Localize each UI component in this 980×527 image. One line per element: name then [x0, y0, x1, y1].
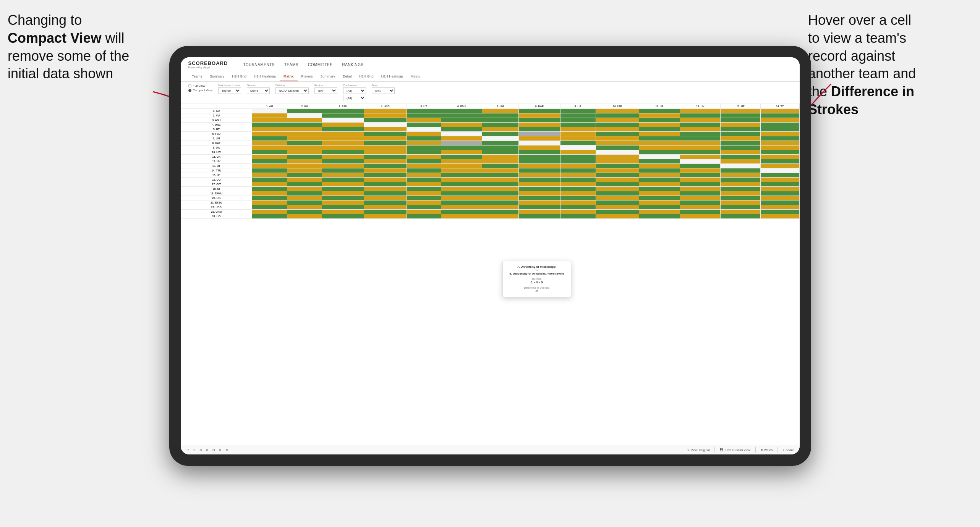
matrix-cell[interactable]: [252, 168, 287, 173]
matrix-cell[interactable]: [322, 214, 364, 219]
toolbar-btn-5[interactable]: ⊟: [212, 448, 215, 452]
matrix-cell[interactable]: [518, 132, 560, 136]
matrix-cell[interactable]: [482, 173, 519, 178]
matrix-cell[interactable]: [287, 200, 322, 205]
matrix-cell[interactable]: [364, 187, 407, 191]
matrix-cell[interactable]: [364, 145, 407, 150]
matrix-cell[interactable]: [560, 159, 596, 164]
matrix-cell[interactable]: [760, 132, 799, 136]
matrix-cell[interactable]: [287, 159, 322, 164]
matrix-cell[interactable]: [322, 210, 364, 214]
matrix-cell[interactable]: [322, 136, 364, 141]
matrix-cell[interactable]: [322, 109, 364, 113]
conference-select1[interactable]: (All): [343, 87, 366, 94]
matrix-cell[interactable]: [760, 123, 799, 127]
matrix-cell[interactable]: [560, 187, 596, 191]
matrix-cell[interactable]: [482, 182, 519, 187]
matrix-cell[interactable]: [639, 178, 680, 182]
matrix-cell[interactable]: [407, 118, 441, 123]
matrix-cell[interactable]: [518, 164, 560, 168]
matrix-cell[interactable]: [287, 196, 322, 200]
matrix-cell[interactable]: [364, 164, 407, 168]
matrix-cell[interactable]: [721, 136, 761, 141]
matrix-cell[interactable]: [518, 200, 560, 205]
matrix-cell[interactable]: [680, 182, 721, 187]
matrix-cell[interactable]: [596, 150, 639, 155]
matrix-cell[interactable]: [760, 109, 799, 113]
matrix-cell[interactable]: [680, 127, 721, 132]
matrix-cell[interactable]: [441, 164, 482, 168]
matrix-cell[interactable]: [596, 141, 639, 145]
matrix-cell[interactable]: [596, 132, 639, 136]
matrix-cell[interactable]: [252, 150, 287, 155]
matrix-cell[interactable]: [482, 141, 519, 145]
matrix-cell[interactable]: [322, 196, 364, 200]
matrix-cell[interactable]: [287, 210, 322, 214]
matrix-cell[interactable]: [721, 178, 761, 182]
matrix-cell[interactable]: [760, 150, 799, 155]
matrix-cell[interactable]: [252, 210, 287, 214]
subnav-teams[interactable]: Teams: [188, 72, 206, 81]
subnav-detail[interactable]: Detail: [339, 72, 355, 81]
matrix-cell[interactable]: [518, 155, 560, 159]
matrix-cell[interactable]: [639, 159, 680, 164]
matrix-cell[interactable]: [680, 145, 721, 150]
matrix-cell[interactable]: [482, 196, 519, 200]
matrix-cell[interactable]: [639, 150, 680, 155]
matrix-cell[interactable]: [407, 164, 441, 168]
matrix-cell[interactable]: [407, 109, 441, 113]
matrix-cell[interactable]: [760, 178, 799, 182]
matrix-cell[interactable]: [518, 182, 560, 187]
matrix-cell[interactable]: [407, 205, 441, 210]
matrix-cell[interactable]: [407, 127, 441, 132]
matrix-cell[interactable]: [287, 164, 322, 168]
matrix-cell[interactable]: [322, 113, 364, 118]
redo-button[interactable]: ↪: [193, 448, 196, 452]
matrix-cell[interactable]: [482, 150, 519, 155]
matrix-cell[interactable]: [407, 123, 441, 127]
matrix-cell[interactable]: [252, 123, 287, 127]
matrix-cell[interactable]: [441, 132, 482, 136]
full-view-radio[interactable]: [188, 84, 191, 87]
matrix-cell[interactable]: [482, 159, 519, 164]
matrix-cell[interactable]: [364, 178, 407, 182]
gender-select[interactable]: Men's: [247, 87, 270, 94]
matrix-cell[interactable]: [560, 168, 596, 173]
matrix-cell[interactable]: [596, 168, 639, 173]
matrix-cell[interactable]: [322, 178, 364, 182]
matrix-cell[interactable]: [596, 214, 639, 219]
matrix-cell[interactable]: [252, 132, 287, 136]
matrix-cell[interactable]: [441, 113, 482, 118]
subnav-h2h-grid1[interactable]: H2H Grid: [228, 72, 251, 81]
matrix-cell[interactable]: [407, 173, 441, 178]
matrix-cell[interactable]: [287, 109, 322, 113]
matrix-cell[interactable]: [721, 200, 761, 205]
matrix-cell[interactable]: [639, 205, 680, 210]
matrix-cell[interactable]: [322, 164, 364, 168]
matrix-cell[interactable]: [639, 113, 680, 118]
matrix-cell[interactable]: [482, 191, 519, 196]
matrix-cell[interactable]: [482, 123, 519, 127]
matrix-cell[interactable]: [407, 196, 441, 200]
matrix-cell[interactable]: [760, 182, 799, 187]
matrix-cell[interactable]: [680, 200, 721, 205]
matrix-cell[interactable]: [322, 191, 364, 196]
matrix-cell[interactable]: [364, 196, 407, 200]
matrix-cell[interactable]: [596, 178, 639, 182]
matrix-cell[interactable]: [482, 168, 519, 173]
matrix-cell[interactable]: [407, 141, 441, 145]
matrix-cell[interactable]: [441, 159, 482, 164]
matrix-cell[interactable]: [322, 182, 364, 187]
matrix-cell[interactable]: [680, 164, 721, 168]
matrix-cell[interactable]: [721, 141, 761, 145]
matrix-cell[interactable]: [596, 191, 639, 196]
matrix-cell[interactable]: [518, 150, 560, 155]
matrix-cell[interactable]: [252, 205, 287, 210]
matrix-cell[interactable]: [322, 159, 364, 164]
matrix-cell[interactable]: [482, 205, 519, 210]
matrix-cell[interactable]: [482, 155, 519, 159]
matrix-cell[interactable]: [287, 178, 322, 182]
matrix-cell[interactable]: [252, 214, 287, 219]
toolbar-btn-3[interactable]: ⊕: [199, 448, 202, 452]
matrix-cell[interactable]: [680, 196, 721, 200]
